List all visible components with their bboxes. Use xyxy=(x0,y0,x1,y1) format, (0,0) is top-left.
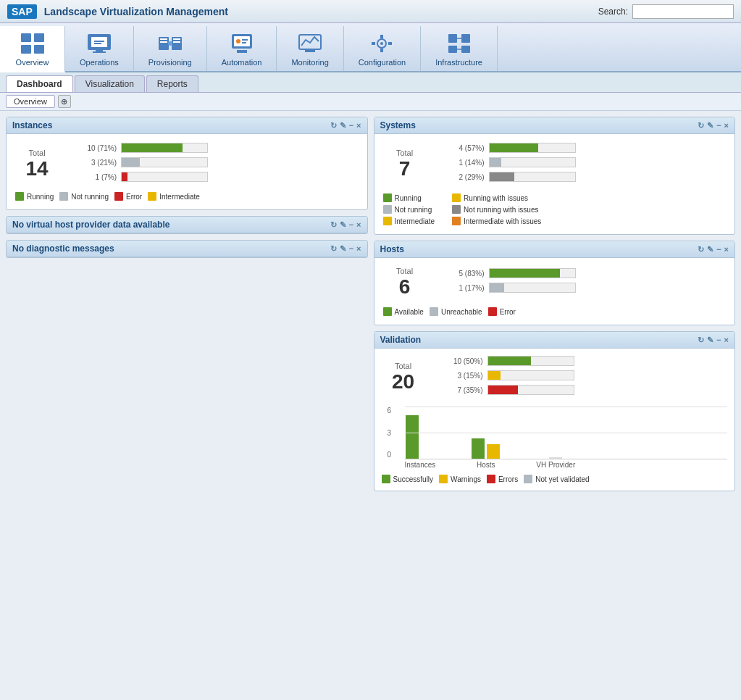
vhost-close-icon[interactable]: × xyxy=(356,220,361,230)
monitoring-icon xyxy=(296,30,325,57)
svg-point-13 xyxy=(168,41,172,46)
search-input[interactable] xyxy=(632,4,734,19)
validation-minimize-icon[interactable]: − xyxy=(716,336,721,345)
sys-legend-not-running: Not running xyxy=(383,205,435,214)
nav-infrastructure[interactable]: Infrastructure xyxy=(421,26,498,71)
add-subtab-button[interactable]: ⊕ xyxy=(58,95,71,108)
instances-minimize-icon[interactable]: − xyxy=(349,121,353,130)
sys-dot-rwi xyxy=(452,193,461,202)
sys-dot-iwi xyxy=(452,217,461,225)
diagnostic-title: No diagnostic messages xyxy=(12,243,330,254)
validation-close-icon[interactable]: × xyxy=(724,336,729,345)
bar-label-1: 3 (21%) xyxy=(73,159,117,167)
tab-reports[interactable]: Reports xyxy=(146,75,198,92)
systems-minimize-icon[interactable]: − xyxy=(716,121,721,130)
hosts-minimize-icon[interactable]: − xyxy=(716,245,721,254)
svg-point-27 xyxy=(380,42,383,45)
svg-rect-29 xyxy=(380,49,383,52)
diagnostic-minimize-icon[interactable]: − xyxy=(349,244,353,254)
validation-edit-icon[interactable]: ✎ xyxy=(707,336,713,345)
nav-operations[interactable]: Operations xyxy=(65,26,134,71)
svg-rect-1 xyxy=(34,33,44,42)
chart-label-vhprovider: VH Provider xyxy=(536,461,575,469)
instances-panel-body: Total 14 10 (71%) 3 (21%) xyxy=(7,134,367,209)
validation-total-box: Total 20 xyxy=(382,362,425,393)
left-column: Instances ↻ ✎ − × Total 14 10 (71%) xyxy=(6,117,368,491)
hosts-stat-widget: Total 6 5 (83%) 1 (17%) xyxy=(383,267,727,299)
nav-provisioning[interactable]: Provisioning xyxy=(134,26,207,71)
instances-green-bar xyxy=(406,415,419,459)
tab-dashboard[interactable]: Dashboard xyxy=(6,75,73,92)
legend-label-intermediate: Intermediate xyxy=(159,193,200,201)
systems-refresh-icon[interactable]: ↻ xyxy=(698,121,704,130)
infrastructure-icon xyxy=(445,30,474,57)
instances-edit-icon[interactable]: ✎ xyxy=(340,121,346,130)
val-bar-label-0: 10 (50%) xyxy=(440,357,483,365)
val-legend-not-validated: Not yet validated xyxy=(524,475,590,483)
subtab-overview[interactable]: Overview xyxy=(6,95,55,108)
svg-rect-23 xyxy=(237,50,247,53)
svg-rect-35 xyxy=(461,46,470,53)
sys-bar-row-0: 4 (57%) xyxy=(441,143,727,153)
instances-refresh-icon[interactable]: ↻ xyxy=(330,121,337,130)
instances-panel-header: Instances ↻ ✎ − × xyxy=(7,117,367,134)
svg-rect-34 xyxy=(448,46,457,53)
sys-dot-not-running xyxy=(383,205,392,214)
hosts-edit-icon[interactable]: ✎ xyxy=(707,245,713,254)
val-label-not-validated: Not yet validated xyxy=(535,475,590,483)
overview-icon xyxy=(18,30,47,57)
val-label-warnings: Warnings xyxy=(451,475,481,483)
sys-bar-row-1: 1 (14%) xyxy=(441,157,727,167)
instances-legend: Running Not running Error Intermediate xyxy=(15,192,359,201)
legend-dot-running xyxy=(15,192,24,201)
hosts-dot-error xyxy=(488,307,497,316)
vhost-minimize-icon[interactable]: − xyxy=(349,220,353,230)
y-axis: 6 3 0 xyxy=(388,407,392,459)
hosts-close-icon[interactable]: × xyxy=(724,245,729,254)
nav-automation[interactable]: Automation xyxy=(207,26,277,71)
navbar: Overview Operations xyxy=(0,23,741,72)
validation-refresh-icon[interactable]: ↻ xyxy=(698,336,704,345)
host-bar-label-1: 1 (17%) xyxy=(441,284,485,292)
validation-panel-body: Total 20 10 (50%) 3 (15%) xyxy=(374,349,735,491)
hosts-refresh-icon[interactable]: ↻ xyxy=(698,245,704,254)
hosts-label-unreachable: Unreachable xyxy=(441,308,482,316)
tab-visualization[interactable]: Visualization xyxy=(75,75,145,92)
sys-legend-iwi: Intermediate with issues xyxy=(452,217,541,225)
svg-rect-0 xyxy=(21,33,31,42)
systems-edit-icon[interactable]: ✎ xyxy=(707,121,713,130)
legend-label-not-running: Not running xyxy=(71,193,109,201)
subbar: Overview ⊕ xyxy=(0,93,741,111)
sys-bar-label-2: 2 (29%) xyxy=(441,173,485,181)
nav-overview[interactable]: Overview xyxy=(0,26,65,72)
nav-configuration[interactable]: Configuration xyxy=(344,26,421,71)
sys-bar-track-2 xyxy=(489,172,576,182)
instances-panel-icons: ↻ ✎ − × xyxy=(330,121,361,130)
sys-bar-track-1 xyxy=(489,157,576,167)
nav-monitoring[interactable]: Monitoring xyxy=(277,26,343,71)
validation-title: Validation xyxy=(380,335,698,345)
vhost-panel-header: No virtual host provider data available … xyxy=(7,217,367,233)
svg-rect-7 xyxy=(93,51,106,53)
legend-error: Error xyxy=(114,192,142,201)
hosts-label-available: Available xyxy=(395,308,424,316)
val-dot-warnings xyxy=(439,475,448,483)
vhost-edit-icon[interactable]: ✎ xyxy=(340,220,346,230)
nav-provisioning-label: Provisioning xyxy=(148,58,192,67)
systems-close-icon[interactable]: × xyxy=(724,121,729,130)
val-bar-track-0 xyxy=(487,356,574,366)
y-label-3: 3 xyxy=(388,429,392,437)
nav-monitoring-label: Monitoring xyxy=(291,58,328,67)
val-label-errors: Errors xyxy=(498,475,518,483)
val-bar-track-2 xyxy=(487,385,574,395)
vhprovider-bar1 xyxy=(549,457,562,459)
instances-close-icon[interactable]: × xyxy=(356,121,361,130)
diagnostic-close-icon[interactable]: × xyxy=(356,244,361,254)
sys-legend-rwi: Running with issues xyxy=(452,193,541,202)
diagnostic-edit-icon[interactable]: ✎ xyxy=(340,244,346,254)
diagnostic-refresh-icon[interactable]: ↻ xyxy=(330,244,337,254)
val-bar-row-0: 10 (50%) xyxy=(440,356,728,366)
systems-legend-col1: Running Not running Intermediate xyxy=(383,193,435,225)
vhost-refresh-icon[interactable]: ↻ xyxy=(330,220,337,230)
val-legend-errors: Errors xyxy=(487,475,518,483)
